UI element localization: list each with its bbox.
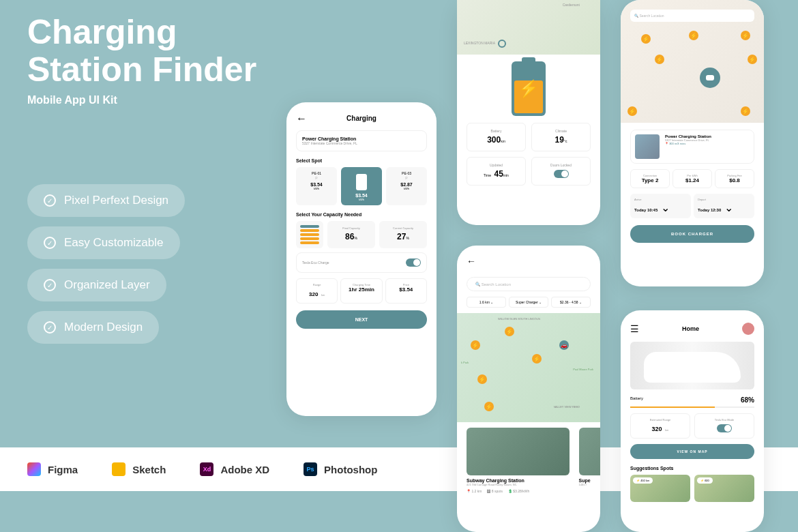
charger-pin[interactable]: ⚡ bbox=[477, 374, 487, 384]
station-card[interactable]: Power Charging Station 5327 Interstate C… bbox=[296, 130, 427, 151]
feature-item: ✓Pixel Perfext Design bbox=[27, 184, 185, 217]
spot-option[interactable]: PE-01p$3.54kWh bbox=[296, 167, 337, 205]
back-button[interactable]: ← bbox=[296, 113, 307, 125]
connection-info: ConnectionType 2 bbox=[630, 169, 670, 188]
brand-photoshop: PsPhotoshop bbox=[304, 462, 377, 476]
charger-pin[interactable]: ⚡ bbox=[741, 106, 750, 116]
suggestion-card[interactable]: ⚡ 600 bbox=[694, 475, 754, 502]
brand-figma: Figma bbox=[27, 462, 78, 476]
depart-selector[interactable]: DepartToday 12:30 ⌄ bbox=[694, 194, 754, 218]
arrive-selector[interactable]: ArriveToday 10:45 ⌄ bbox=[630, 194, 691, 218]
hero-section: ChargingStation Finder Mobile App UI Kit bbox=[27, 14, 256, 106]
location-pin bbox=[498, 40, 506, 48]
map-view[interactable]: Castlemont LEXINGTON MARIA bbox=[457, 0, 600, 55]
brand-sketch: Sketch bbox=[112, 462, 166, 476]
charger-pin[interactable]: ⚡ bbox=[689, 31, 698, 40]
charger-pin[interactable]: ⚡ bbox=[748, 55, 757, 64]
capacity-slider[interactable] bbox=[296, 221, 323, 248]
charger-pin[interactable]: ⚡ bbox=[484, 402, 494, 411]
check-icon: ✓ bbox=[44, 279, 56, 291]
map-view[interactable]: ⚡ ⚡ ⚡ ⚡ 🚗 ⚡ WILLOW GLEN SOUTH LINCOLN k … bbox=[457, 313, 600, 422]
doors-stat: Doors Locked bbox=[531, 157, 591, 186]
kwh-info: Per kWh$1.24 bbox=[673, 169, 712, 188]
battery-percent: 68% bbox=[741, 396, 754, 404]
charger-pin[interactable]: ⚡ bbox=[532, 354, 542, 364]
eco-charge-label: Tesla Eco Charge bbox=[302, 261, 329, 265]
back-button[interactable]: ← bbox=[467, 256, 476, 267]
range-info: Estimated Range320 km bbox=[630, 413, 690, 439]
car-image bbox=[630, 342, 754, 389]
section-title: Select Your Capacity Needed bbox=[296, 212, 427, 217]
updated-stat: UpdatedTime 45min bbox=[467, 157, 526, 186]
station-list-item[interactable]: Subway Charging Station 421 Old Carriage… bbox=[457, 422, 579, 499]
hero-title: ChargingStation Finder bbox=[27, 14, 256, 89]
eco-toggle[interactable] bbox=[406, 258, 421, 267]
battery-stat: Battery300km bbox=[467, 123, 526, 151]
screen-title: Charging bbox=[346, 115, 376, 122]
book-charger-button[interactable]: BOOK CHARGER bbox=[630, 225, 754, 243]
car-pin[interactable]: 🚗 bbox=[559, 340, 569, 350]
suggestions-title: Suggestions Spots bbox=[630, 466, 754, 471]
climate-stat: Climate19°c bbox=[531, 123, 591, 151]
charger-pin[interactable]: ⚡ bbox=[627, 106, 637, 116]
view-on-map-button[interactable]: VIEW ON MAP bbox=[630, 444, 754, 459]
phone-charging-screen: ← Charging Power Charging Station 5327 I… bbox=[286, 102, 437, 416]
battery-icon: ⚡ bbox=[512, 61, 546, 116]
eco-mode: Tesla Eco Mode bbox=[694, 413, 754, 439]
spot-option-selected[interactable]: $3.54kWh bbox=[341, 167, 382, 205]
charger-pin[interactable]: ⚡ bbox=[471, 340, 480, 350]
price-stat: Price$3.54 bbox=[385, 278, 427, 304]
sketch-icon bbox=[112, 462, 125, 476]
range-stat: Range320 km bbox=[296, 278, 338, 304]
menu-button[interactable]: ☰ bbox=[630, 323, 639, 334]
charger-pin[interactable]: ⚡ bbox=[641, 34, 651, 44]
hero-subtitle: Mobile App UI Kit bbox=[27, 94, 256, 106]
car-location-pin[interactable] bbox=[700, 68, 720, 88]
final-capacity: Final Capacity86% bbox=[327, 221, 375, 248]
time-stat: Charging Time1hr 25min bbox=[340, 278, 382, 304]
feature-item: ✓Easy Customizable bbox=[27, 226, 180, 259]
ps-icon: Ps bbox=[304, 462, 317, 476]
filter-distance[interactable]: 1.6 km ⌄ bbox=[467, 297, 506, 308]
suggestion-card[interactable]: ⚡ 450 km bbox=[630, 475, 690, 502]
user-avatar[interactable] bbox=[742, 323, 754, 335]
charger-pin[interactable]: ⚡ bbox=[655, 55, 664, 64]
brand-xd: XdAdobe XD bbox=[200, 462, 269, 476]
phone-booking-screen: 🔍 Search Location ⚡ ⚡ ⚡ ⚡ ⚡ ⚡ ⚡ Power Ch… bbox=[621, 0, 764, 286]
search-input[interactable]: 🔍 Search Location bbox=[630, 10, 754, 22]
station-thumbnail bbox=[635, 134, 660, 159]
battery-label: Battery bbox=[630, 396, 643, 404]
screen-title: Home bbox=[682, 325, 699, 332]
station-image bbox=[467, 428, 570, 475]
phone-status-screen: Castlemont LEXINGTON MARIA ⚡ Battery300k… bbox=[457, 0, 600, 225]
check-icon: ✓ bbox=[44, 194, 56, 207]
spot-option[interactable]: PE-03p$2.87kWh bbox=[386, 167, 427, 205]
features-list: ✓Pixel Perfext Design ✓Easy Customizable… bbox=[27, 184, 185, 353]
feature-item: ✓Organized Layer bbox=[27, 269, 166, 301]
station-image bbox=[579, 428, 601, 475]
doors-toggle[interactable] bbox=[554, 170, 569, 178]
bolt-icon: ⚡ bbox=[518, 79, 539, 98]
check-icon: ✓ bbox=[44, 237, 56, 249]
station-list-item[interactable]: Supe 1431 f bbox=[579, 422, 601, 499]
section-title: Select Spot bbox=[296, 158, 427, 163]
filter-type[interactable]: Super Charger ⌄ bbox=[509, 297, 548, 308]
figma-icon bbox=[27, 462, 41, 476]
filter-price[interactable]: $2.36 - 4.58 ⌄ bbox=[551, 297, 591, 308]
charger-pin[interactable]: ⚡ bbox=[741, 31, 750, 40]
map-view[interactable]: 🔍 Search Location ⚡ ⚡ ⚡ ⚡ ⚡ ⚡ ⚡ bbox=[621, 0, 764, 123]
eco-mode-toggle[interactable] bbox=[717, 424, 732, 432]
station-card[interactable]: Power Charging Station 5327 Interstate C… bbox=[630, 130, 754, 164]
charger-pin[interactable]: ⚡ bbox=[505, 327, 514, 336]
battery-progress bbox=[630, 407, 754, 408]
next-button[interactable]: NEXT bbox=[296, 310, 427, 329]
current-capacity: Current Capacity27% bbox=[379, 221, 427, 248]
parking-info: Parking Fee$0.8 bbox=[715, 169, 754, 188]
xd-icon: Xd bbox=[200, 462, 213, 476]
phone-home-screen: ☰ Home Battery 68% Estimated Range320 km… bbox=[621, 310, 764, 532]
check-icon: ✓ bbox=[44, 321, 56, 334]
search-input[interactable]: 🔍 Search Location bbox=[467, 277, 591, 291]
feature-item: ✓Modern Design bbox=[27, 311, 159, 344]
phone-map-list-screen: ← 🔍 Search Location 1.6 km ⌄ Super Charg… bbox=[457, 246, 600, 532]
